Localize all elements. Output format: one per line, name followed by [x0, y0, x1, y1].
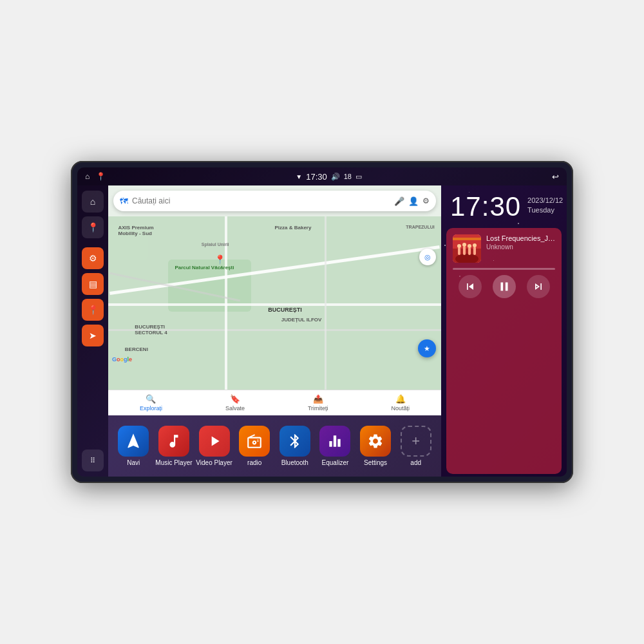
- music-controls: [453, 275, 555, 298]
- svg-rect-4: [463, 246, 466, 255]
- app-bluetooth[interactable]: Bluetooth: [276, 426, 314, 466]
- map-tab-saved[interactable]: 🔖 Salvate: [225, 394, 245, 412]
- radio-label: radio: [247, 459, 261, 466]
- skip-prev-icon: [464, 280, 477, 293]
- map-pin-park[interactable]: 📍: [214, 254, 225, 265]
- app-video-player[interactable]: Video Player: [195, 426, 234, 466]
- add-label: add: [410, 459, 421, 466]
- road-h2: [108, 303, 441, 306]
- clock-day: Tuesday: [527, 205, 563, 215]
- svg-rect-11: [453, 238, 481, 240]
- app-settings[interactable]: Settings: [356, 426, 395, 466]
- map-label-pizza: Pizza & Bakery: [275, 225, 312, 231]
- svg-point-8: [462, 243, 466, 247]
- maps-pin-icon: 📍: [88, 222, 99, 232]
- more-icon[interactable]: ⚙: [422, 196, 430, 205]
- sidebar-btn-maps[interactable]: 📍: [82, 216, 104, 238]
- volume-icon: 🔊: [331, 173, 340, 181]
- clock-date: 2023/12/12: [527, 196, 563, 205]
- radio-icon-box: [239, 426, 270, 457]
- explore-label: Explorați: [140, 405, 162, 412]
- music-artist: Unknown: [486, 243, 555, 251]
- navi-label: Navi: [127, 459, 140, 466]
- files-icon: ▤: [89, 279, 97, 289]
- svg-point-9: [468, 244, 471, 248]
- prev-button[interactable]: [459, 275, 482, 298]
- settings-label: Settings: [364, 459, 387, 466]
- map-tab-share[interactable]: 📤 Trimiteți: [308, 394, 328, 412]
- road-v2: [325, 216, 327, 390]
- map-search-input[interactable]: [132, 196, 390, 205]
- sidebar-btn-apps[interactable]: ⠿: [82, 450, 104, 471]
- sidebar-btn-files[interactable]: ▤: [82, 273, 104, 295]
- right-panel: 17:30 2023/12/12 Tuesday: [441, 185, 567, 477]
- back-icon[interactable]: ↩: [552, 172, 559, 182]
- map-container[interactable]: 🗺 🎤 👤 ⚙: [108, 185, 441, 415]
- clock-widget: 17:30 2023/12/12 Tuesday: [441, 185, 567, 225]
- video-play-icon: [206, 433, 223, 450]
- settings-icon-box: [360, 426, 391, 457]
- map-label-axis: AXIS PremiumMobility - Sud: [118, 225, 154, 236]
- music-icon-box: [158, 426, 189, 457]
- explore-icon: 🔍: [146, 394, 156, 404]
- account-icon[interactable]: 👤: [408, 196, 419, 206]
- app-navi[interactable]: Navi: [114, 426, 153, 466]
- music-note-icon: [166, 433, 182, 450]
- video-icon-box: [199, 426, 230, 457]
- navi-arrow-icon: [124, 432, 142, 450]
- next-button[interactable]: [527, 275, 550, 298]
- bluetooth-icon-box: [279, 426, 310, 457]
- map-label-berceni: BERCENI: [125, 346, 148, 352]
- app-add[interactable]: + add: [397, 426, 435, 466]
- map-fab-button[interactable]: ★: [418, 339, 436, 357]
- app-dock: Navi Music Player: [108, 415, 441, 477]
- home-status-icon[interactable]: ⌂: [85, 172, 90, 181]
- status-bar: ⌂ 📍 ▼ 17:30 🔊 18 ▭ ↩: [77, 167, 567, 185]
- sidebar-btn-settings[interactable]: ⚙: [82, 247, 104, 269]
- maps-status-icon[interactable]: 📍: [96, 172, 106, 181]
- music-progress-bar[interactable]: [453, 268, 555, 270]
- map-label-bucuresti: BUCUREȘTI: [268, 307, 302, 313]
- share-icon: 📤: [313, 394, 323, 404]
- map-tab-explore[interactable]: 🔍 Explorați: [140, 394, 162, 412]
- sidebar-btn-home[interactable]: ⌂: [82, 191, 104, 213]
- music-player-label: Music Player: [155, 459, 192, 466]
- pause-button[interactable]: [493, 275, 516, 298]
- bluetooth-label: Bluetooth: [281, 459, 308, 466]
- app-radio[interactable]: radio: [235, 426, 274, 466]
- wifi-icon: ▼: [296, 173, 302, 180]
- device: ⌂ 📍 ▼ 17:30 🔊 18 ▭ ↩ ⌂ 📍: [71, 161, 573, 483]
- mic-icon[interactable]: 🎤: [394, 196, 404, 206]
- center-content: 🗺 🎤 👤 ⚙: [108, 185, 441, 477]
- navi-icon-box: [118, 426, 149, 457]
- svg-point-7: [457, 244, 461, 248]
- app-equalizer[interactable]: Equalizer: [316, 426, 354, 466]
- music-title: Lost Frequencies_Janie...: [486, 234, 555, 242]
- album-art-image: [453, 234, 481, 263]
- music-details: Lost Frequencies_Janie... Unknown: [486, 234, 555, 251]
- map-search-bar[interactable]: 🗺 🎤 👤 ⚙: [113, 191, 436, 211]
- svg-rect-6: [473, 247, 476, 255]
- share-label: Trimiteți: [308, 405, 328, 412]
- map-label-splaiul: Splaiul Unirii: [202, 242, 229, 247]
- main-content: ⌂ 📍 ⚙ ▤ 📍 ➤ ⠿: [77, 185, 567, 477]
- sidebar-btn-nav[interactable]: ➤: [82, 325, 104, 346]
- svg-rect-5: [468, 247, 471, 255]
- sidebar-btn-location[interactable]: 📍: [82, 299, 104, 321]
- svg-point-10: [473, 243, 477, 247]
- app-music-player[interactable]: Music Player: [155, 426, 193, 466]
- locate-icon: ◎: [424, 253, 431, 261]
- battery-level: 18: [344, 173, 352, 180]
- location-icon: 📍: [88, 305, 99, 315]
- settings-icon: ⚙: [89, 253, 97, 263]
- screen: ⌂ 📍 ▼ 17:30 🔊 18 ▭ ↩ ⌂ 📍: [77, 167, 567, 477]
- star-fab-icon: ★: [424, 345, 430, 353]
- battery-icon: ▭: [355, 173, 362, 181]
- nav-arrow-icon: ➤: [89, 330, 97, 341]
- map-tab-news[interactable]: 🔔 Noutăți: [392, 394, 410, 412]
- equalizer-icon-box: [319, 426, 350, 457]
- music-info: Lost Frequencies_Janie... Unknown: [453, 234, 555, 263]
- map-bottom-bar: 🔍 Explorați 🔖 Salvate 📤 Trimiteți �: [108, 390, 441, 415]
- map-locate-button[interactable]: ◎: [419, 249, 436, 265]
- radio-wave-icon: [246, 433, 263, 450]
